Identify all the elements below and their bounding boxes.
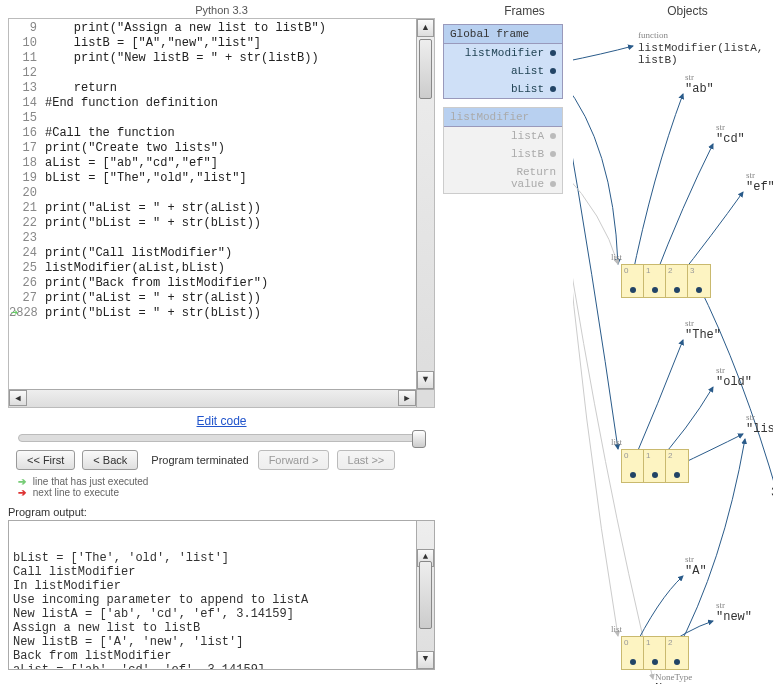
- line-number: 9: [9, 21, 45, 36]
- code-line[interactable]: 13 return: [9, 81, 434, 96]
- str-label-a: str: [685, 554, 694, 564]
- execution-slider[interactable]: [18, 434, 425, 442]
- code-line[interactable]: 21print("aList = " + str(aList)): [9, 201, 434, 216]
- line-number: 18: [9, 156, 45, 171]
- code-line[interactable]: 26print("Back from listModifier"): [9, 276, 434, 291]
- line-number: 15: [9, 111, 45, 126]
- scroll-thumb[interactable]: [419, 39, 432, 99]
- str-list: "list": [746, 422, 773, 436]
- str-label-old: str: [716, 365, 725, 375]
- legend: ➔ line that has just executed ➔ next lin…: [14, 476, 435, 498]
- line-number: 19: [9, 171, 45, 186]
- forward-button[interactable]: Forward >: [258, 450, 330, 470]
- code-line[interactable]: 9 print("Assign a new list to listB"): [9, 21, 434, 36]
- scroll-corner: [416, 389, 434, 407]
- code-line[interactable]: 15: [9, 111, 434, 126]
- nonetype-label: NoneType: [655, 672, 692, 682]
- code-line[interactable]: 23: [9, 231, 434, 246]
- str-label-new: str: [716, 600, 725, 610]
- code-line[interactable]: 11 print("New listB = " + str(listB)): [9, 51, 434, 66]
- code-line[interactable]: 22print("bList = " + str(bList)): [9, 216, 434, 231]
- code-text: return: [45, 81, 434, 96]
- code-editor[interactable]: 9 print("Assign a new list to listB")10 …: [8, 18, 435, 408]
- arrow-next-icon: ➔: [14, 487, 30, 498]
- scroll-left-icon[interactable]: ◄: [9, 390, 27, 406]
- line-number: 20: [9, 186, 45, 201]
- first-button[interactable]: << First: [16, 450, 75, 470]
- line-number: 16: [9, 126, 45, 141]
- code-text: [45, 66, 434, 81]
- code-text: [45, 186, 434, 201]
- str-label-list: str: [746, 412, 755, 422]
- listmodifier-frame: listModifier listA listB Return value: [443, 107, 563, 194]
- line-number: ➔2828: [9, 306, 45, 321]
- code-line[interactable]: 24print("Call listModifier"): [9, 246, 434, 261]
- line-number: 13: [9, 81, 45, 96]
- str-label-the: str: [685, 318, 694, 328]
- output-line: In listModifier: [13, 579, 414, 593]
- function-type-label: function: [638, 30, 668, 40]
- scroll-down-icon[interactable]: ▼: [417, 371, 434, 389]
- code-text: listB = ["A","new","list"]: [45, 36, 434, 51]
- slider-knob[interactable]: [412, 430, 426, 448]
- output-scroll-down-icon[interactable]: ▼: [417, 651, 434, 669]
- output-scroll-thumb[interactable]: [419, 561, 432, 629]
- code-text: print("aList = " + str(aList)): [45, 201, 434, 216]
- code-text: #End function definition: [45, 96, 434, 111]
- list-object-1: 0 1 2 3: [621, 264, 711, 298]
- none-value: None: [655, 682, 684, 684]
- code-line[interactable]: 25listModifier(aList,bList): [9, 261, 434, 276]
- last-button[interactable]: Last >>: [337, 450, 396, 470]
- code-line[interactable]: 12: [9, 66, 434, 81]
- scroll-up-icon[interactable]: ▲: [417, 19, 434, 37]
- frame-var-return: Return value: [444, 163, 562, 193]
- code-line[interactable]: ➔2828print("bList = " + str(bList)): [9, 306, 434, 321]
- frame-var-blist: bList: [444, 80, 562, 98]
- vertical-scrollbar[interactable]: ▲ ▼: [416, 19, 434, 389]
- output-line: Call listModifier: [13, 565, 414, 579]
- code-text: [45, 231, 434, 246]
- str-label-ab: str: [685, 72, 694, 82]
- frame-var-alist: aList: [444, 62, 562, 80]
- output-line: Back from listModifier: [13, 649, 414, 663]
- program-output[interactable]: bList = ['The', 'old', 'list']Call listM…: [8, 520, 435, 670]
- code-text: print("Assign a new list to listB"): [45, 21, 434, 36]
- line-number: 11: [9, 51, 45, 66]
- output-scrollbar[interactable]: ▲ ▼: [416, 521, 434, 669]
- line-number: 23: [9, 231, 45, 246]
- scroll-right-icon[interactable]: ►: [398, 390, 416, 406]
- frame-var-listmodifier: listModifier: [444, 44, 562, 62]
- output-line: New listB = ['A', 'new', 'list']: [13, 635, 414, 649]
- list-label-1: list: [611, 252, 622, 262]
- output-line: aList = ['ab', 'cd', 'ef', 3.14159]: [13, 663, 414, 670]
- line-number: 25: [9, 261, 45, 276]
- code-line[interactable]: 16#Call the function: [9, 126, 434, 141]
- horizontal-scrollbar[interactable]: ◄ ►: [9, 389, 416, 407]
- frame-var-lista: listA: [444, 127, 562, 145]
- status-text: Program terminated: [151, 454, 248, 466]
- back-button[interactable]: < Back: [82, 450, 138, 470]
- str-ef: "ef": [746, 180, 773, 194]
- code-line[interactable]: 17print("Create two lists"): [9, 141, 434, 156]
- str-a: "A": [685, 564, 707, 578]
- exec-arrow-icon: ➔: [11, 306, 18, 321]
- str-label-ef: str: [746, 170, 755, 180]
- code-text: print("bList = " + str(bList)): [45, 306, 434, 321]
- language-title: Python 3.3: [8, 4, 435, 16]
- code-text: print("Create two lists"): [45, 141, 434, 156]
- code-line[interactable]: 18aList = ["ab","cd","ef"]: [9, 156, 434, 171]
- code-text: aList = ["ab","cd","ef"]: [45, 156, 434, 171]
- code-line[interactable]: 10 listB = ["A","new","list"]: [9, 36, 434, 51]
- legend-executed: line that has just executed: [33, 476, 149, 487]
- code-line[interactable]: 19bList = ["The","old","list"]: [9, 171, 434, 186]
- code-text: bList = ["The","old","list"]: [45, 171, 434, 186]
- edit-code-link[interactable]: Edit code: [196, 414, 246, 428]
- code-line[interactable]: 14#End function definition: [9, 96, 434, 111]
- line-number: 21: [9, 201, 45, 216]
- output-line: bList = ['The', 'old', 'list']: [13, 551, 414, 565]
- line-number: 24: [9, 246, 45, 261]
- line-number: 22: [9, 216, 45, 231]
- legend-next: next line to execute: [33, 487, 119, 498]
- code-line[interactable]: 27print("aList = " + str(aList)): [9, 291, 434, 306]
- code-line[interactable]: 20: [9, 186, 434, 201]
